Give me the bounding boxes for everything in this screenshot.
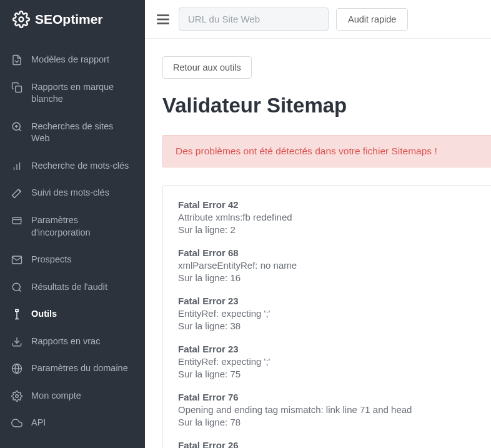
sidebar-item-label: Mon compte (31, 390, 134, 402)
wand-icon (11, 187, 22, 199)
menu-toggle-icon[interactable] (155, 11, 171, 27)
error-message: EntityRef: expecting ';' (178, 356, 476, 367)
sidebar-item-label: Paramètres d'incorporation (31, 214, 134, 239)
page-title: Validateur Sitemap (162, 94, 491, 117)
sidebar-item-9[interactable]: Rapports en vrac (0, 328, 145, 356)
sidebar-item-3[interactable]: Recherche de mots-clés (0, 152, 145, 180)
sidebar-item-4[interactable]: Suivi des mots-clés (0, 179, 145, 207)
sidebar-item-label: Outils (31, 308, 134, 321)
svg-rect-15 (16, 310, 19, 312)
sidebar-item-2[interactable]: Recherches de sites Web (0, 113, 145, 152)
back-button[interactable]: Retour aux outils (162, 56, 252, 79)
cloud-icon (11, 417, 22, 429)
error-item: Fatal Error 23EntityRef: expecting ';'Su… (178, 344, 476, 379)
svg-line-3 (19, 129, 21, 131)
topbar: Audit rapide (145, 0, 491, 39)
sidebar-item-8[interactable]: Outils (0, 301, 145, 328)
svg-line-14 (19, 289, 21, 291)
error-message: Attribute xmlns:fb redefined (178, 212, 476, 222)
sidebar-item-label: Recherche de mots-clés (31, 160, 134, 172)
logo-gear-icon (12, 11, 30, 28)
error-title: Fatal Error 23 (178, 344, 476, 354)
bar-chart-icon (11, 161, 22, 172)
error-message: EntityRef: expecting ';' (178, 308, 476, 319)
copy-icon (11, 82, 22, 93)
svg-rect-1 (16, 86, 22, 92)
error-item: Fatal Error 26 (178, 440, 476, 448)
error-line: Sur la ligne: 78 (178, 417, 476, 427)
audit-button[interactable]: Audit rapide (336, 8, 408, 31)
sidebar-item-label: Recherches de sites Web (31, 121, 134, 145)
template-icon (11, 54, 22, 66)
sidebar-item-label: API (31, 417, 134, 429)
svg-point-13 (12, 283, 20, 291)
logo-text: SEOptimer (35, 12, 103, 27)
sidebar-item-0[interactable]: Modèles de rapport (0, 46, 145, 74)
error-item: Fatal Error 23EntityRef: expecting ';'Su… (178, 296, 476, 331)
error-message: Opening and ending tag mismatch: link li… (178, 404, 476, 415)
sidebar-item-10[interactable]: Paramètres du domaine (0, 355, 145, 382)
error-title: Fatal Error 68 (178, 247, 476, 258)
tool-icon (11, 309, 22, 320)
sidebar-item-label: Prospects (31, 254, 134, 266)
sidebar-item-1[interactable]: Rapports en marque blanche (0, 74, 145, 113)
zoom-icon (11, 121, 22, 132)
errors-list: Fatal Error 42Attribute xmlns:fb redefin… (162, 185, 491, 448)
svg-point-0 (19, 17, 24, 22)
sidebar-item-label: Paramètres du domaine (31, 362, 134, 375)
sidebar-item-7[interactable]: Résultats de l'audit (0, 274, 145, 301)
error-line: Sur la ligne: 2 (178, 224, 476, 235)
sidebar-item-11[interactable]: Mon compte (0, 382, 145, 410)
sidebar-item-5[interactable]: Paramètres d'incorporation (0, 207, 145, 246)
error-message: xmlParseEntityRef: no name (178, 260, 476, 271)
sidebar-item-label: Rapports en vrac (31, 336, 134, 348)
sidebar-item-6[interactable]: Prospects (0, 246, 145, 274)
svg-rect-10 (12, 217, 21, 224)
url-input[interactable] (179, 7, 329, 31)
embed-icon (11, 215, 22, 226)
logo[interactable]: SEOptimer (0, 0, 145, 39)
svg-point-21 (16, 395, 19, 398)
sidebar-item-label: Modèles de rapport (31, 54, 134, 66)
sidebar-nav: Modèles de rapportRapports en marque bla… (0, 39, 145, 448)
gear-icon (11, 391, 22, 402)
content-area: Retour aux outils Validateur Sitemap Des… (145, 39, 491, 448)
error-item: Fatal Error 68xmlParseEntityRef: no name… (178, 247, 476, 283)
error-line: Sur la ligne: 75 (178, 369, 476, 379)
error-title: Fatal Error 26 (178, 440, 476, 448)
error-alert: Des problèmes ont été détectés dans votr… (162, 135, 491, 167)
svg-point-9 (19, 191, 21, 192)
error-line: Sur la ligne: 38 (178, 321, 476, 331)
search-icon (11, 282, 22, 293)
sidebar-item-12[interactable]: API (0, 409, 145, 437)
globe-icon (11, 363, 22, 374)
error-line: Sur la ligne: 16 (178, 272, 476, 283)
main: Audit rapide Retour aux outils Validateu… (145, 0, 491, 448)
error-title: Fatal Error 23 (178, 296, 476, 306)
error-item: Fatal Error 76Opening and ending tag mis… (178, 392, 476, 427)
error-item: Fatal Error 42Attribute xmlns:fb redefin… (178, 199, 476, 235)
sidebar: SEOptimer Modèles de rapportRapports en … (0, 0, 145, 448)
sidebar-item-label: Suivi des mots-clés (31, 187, 134, 199)
sidebar-item-label: Résultats de l'audit (31, 281, 134, 294)
sidebar-item-label: Rapports en marque blanche (31, 81, 134, 106)
mail-icon (11, 254, 22, 266)
download-icon (11, 336, 22, 347)
error-title: Fatal Error 42 (178, 199, 476, 210)
error-title: Fatal Error 76 (178, 392, 476, 402)
